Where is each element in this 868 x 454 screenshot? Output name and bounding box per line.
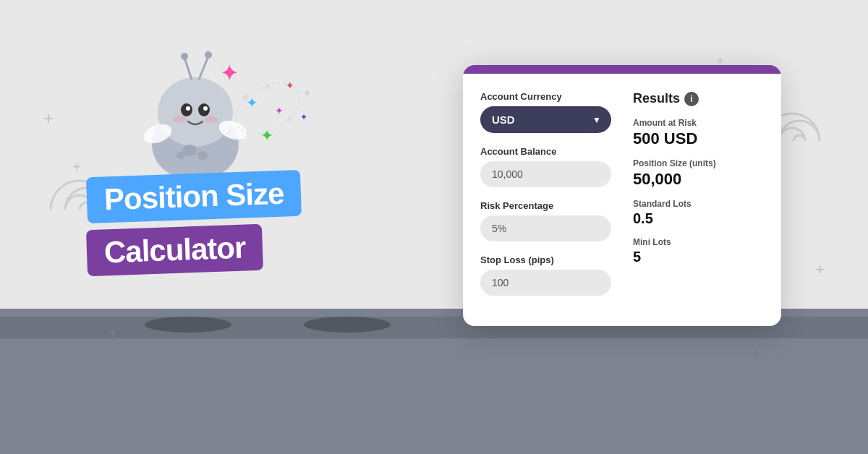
title-line2: Calculator <box>86 224 263 276</box>
svg-line-3 <box>199 56 208 80</box>
currency-select[interactable]: USD EUR GBP JPY <box>480 106 611 133</box>
card-header <box>463 65 781 74</box>
star-deco-1: + <box>43 108 54 129</box>
balance-input[interactable] <box>480 161 611 187</box>
ground2 <box>0 338 868 454</box>
results-section: Results i Amount at Risk 500 USD Positio… <box>633 91 764 309</box>
star-deco-7: + <box>752 347 760 362</box>
svg-point-19 <box>226 72 308 145</box>
card-body: Account Currency USD EUR GBP JPY ▼ Accou… <box>463 74 781 326</box>
svg-point-20 <box>243 95 249 100</box>
svg-point-9 <box>203 106 208 111</box>
svg-point-13 <box>197 151 208 160</box>
stoploss-label: Stop Loss (pips) <box>480 254 611 265</box>
results-title: Results i <box>633 91 764 106</box>
position-size-value: 50,000 <box>633 170 764 189</box>
shadow-left <box>145 317 231 333</box>
currency-label: Account Currency <box>480 91 611 102</box>
amount-at-risk-label: Amount at Risk <box>633 118 764 128</box>
star-deco-5: + <box>815 260 825 279</box>
svg-point-8 <box>186 106 190 111</box>
calculator-card: Account Currency USD EUR GBP JPY ▼ Accou… <box>463 65 781 326</box>
star-deco-6: + <box>109 325 117 342</box>
title-line1: Position Size <box>86 170 302 223</box>
svg-point-5 <box>205 51 212 59</box>
position-size-label: Position Size (units) <box>633 158 764 168</box>
svg-point-10 <box>173 116 186 123</box>
balance-label: Account Balance <box>480 146 611 157</box>
mini-lots-value: 5 <box>633 249 764 265</box>
standard-lots-label: Standard Lots <box>633 199 764 209</box>
svg-point-21 <box>287 117 292 121</box>
orbit-dots <box>224 65 311 152</box>
svg-line-2 <box>184 58 192 80</box>
info-icon[interactable]: i <box>684 92 699 106</box>
title-section: Position Size Calculator <box>87 174 301 273</box>
shadow-right <box>304 317 391 333</box>
stoploss-input[interactable] <box>480 270 611 296</box>
standard-lots-value: 0.5 <box>633 210 764 227</box>
svg-point-11 <box>205 116 218 123</box>
amount-at-risk-value: 500 USD <box>633 129 764 148</box>
star-deco-2: + <box>72 159 81 176</box>
risk-label: Risk Percentage <box>480 200 611 211</box>
svg-point-22 <box>265 85 270 89</box>
mini-lots-label: Mini Lots <box>633 237 764 247</box>
svg-point-4 <box>181 53 188 60</box>
currency-select-wrapper[interactable]: USD EUR GBP JPY ▼ <box>480 106 611 133</box>
svg-point-14 <box>176 152 185 159</box>
risk-input[interactable] <box>480 215 611 241</box>
form-section: Account Currency USD EUR GBP JPY ▼ Accou… <box>480 91 611 309</box>
